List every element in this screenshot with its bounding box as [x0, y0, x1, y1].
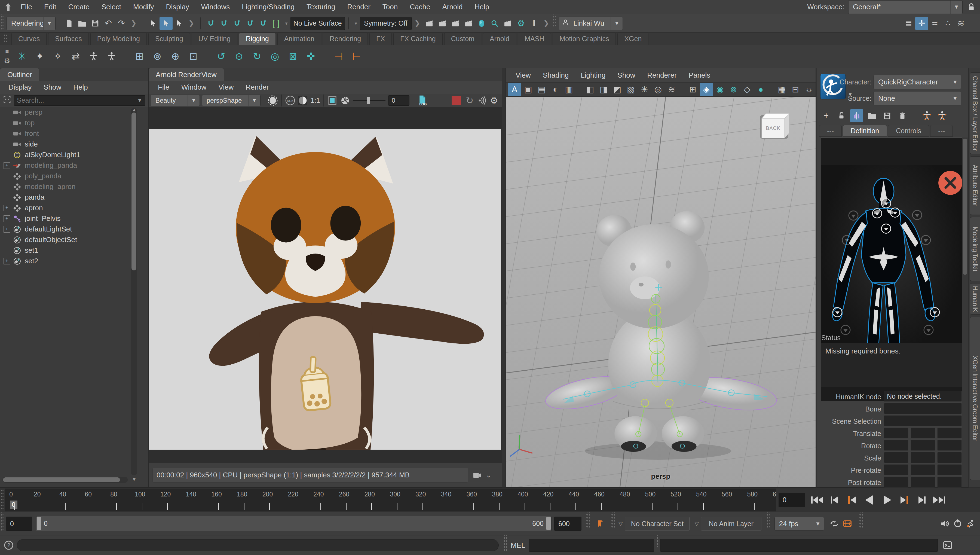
command-input-field[interactable]: [529, 539, 654, 552]
menu-edit[interactable]: Edit: [38, 3, 62, 11]
step-back-key-button[interactable]: [843, 492, 861, 508]
muscle-spline-icon[interactable]: ⊢: [349, 49, 364, 64]
pause-render-icon[interactable]: ‖: [527, 17, 540, 30]
load-definition-icon[interactable]: [865, 109, 879, 122]
play-forwards-button[interactable]: [878, 492, 896, 508]
ipr-region-icon[interactable]: [488, 17, 501, 30]
property-field-scale-x[interactable]: [884, 452, 908, 463]
textured-mode-icon[interactable]: ◩: [610, 83, 624, 96]
shelf-menu-icon[interactable]: ≡: [5, 48, 9, 55]
outliner-item-modeling-panda[interactable]: +modeling_panda: [0, 160, 148, 171]
outliner-item-aiskydomelight1[interactable]: aiSkyDomeLight1: [0, 149, 148, 160]
save-definition-icon[interactable]: [881, 109, 894, 122]
menu-select[interactable]: Select: [96, 3, 127, 11]
node-editor-layout-icon[interactable]: ∴: [942, 17, 954, 30]
snap-to-grid-icon[interactable]: [204, 17, 217, 30]
workspace-selector[interactable]: General*▼: [848, 0, 962, 14]
property-field-post-rotate-z[interactable]: [937, 476, 962, 488]
humanik-tab-[interactable]: ---: [930, 125, 953, 137]
orient-constraint-icon[interactable]: ↻: [249, 49, 264, 64]
viewport-3d-view[interactable]: BACK persp: [506, 97, 815, 487]
shelf-tab-rigging[interactable]: Rigging: [239, 32, 276, 45]
expand-icon[interactable]: +: [3, 162, 10, 169]
view-cube-face-label[interactable]: BACK: [762, 119, 785, 138]
fps-selector[interactable]: 24 fps▼: [775, 517, 824, 531]
sidebar-tab-attribute-editor[interactable]: Attribute Editor: [970, 156, 980, 215]
shelf-gear-icon[interactable]: ⚙: [4, 57, 10, 65]
render-sequence-icon[interactable]: [436, 17, 449, 30]
property-field-translate-z[interactable]: [937, 428, 962, 438]
outliner-item-defaultlightset[interactable]: +defaultLightSet: [0, 224, 148, 234]
view-cube[interactable]: BACK: [756, 110, 792, 140]
property-field-post-rotate-x[interactable]: [884, 476, 908, 488]
shelf-tab-rendering[interactable]: Rendering: [323, 32, 368, 45]
current-frame-field[interactable]: 0: [778, 492, 805, 507]
parent-constraint-icon[interactable]: ↺: [213, 49, 229, 64]
step-forward-frame-button[interactable]: [913, 492, 930, 508]
shelf-tab-fx[interactable]: FX: [370, 32, 392, 45]
snap-to-point-icon[interactable]: [230, 17, 243, 30]
menu-cache[interactable]: Cache: [404, 3, 436, 11]
outliner-item-panda[interactable]: panda: [0, 192, 148, 203]
renderview-tab[interactable]: Arnold RenderView: [149, 68, 224, 81]
user-account-selector[interactable]: Linkai Wu▼: [559, 17, 623, 30]
outliner-tab[interactable]: Outliner: [0, 68, 39, 81]
camera-attributes-icon[interactable]: ▤: [535, 83, 548, 96]
delete-definition-icon[interactable]: [896, 109, 909, 122]
expand-icon[interactable]: +: [3, 215, 10, 222]
outliner-item-persp[interactable]: persp: [0, 107, 148, 118]
bookmarks-icon[interactable]: ◐: [549, 83, 562, 96]
live-surface-field[interactable]: No Live Surface: [290, 17, 345, 30]
property-field-bone[interactable]: [884, 403, 962, 414]
outliner-search-input[interactable]: [17, 96, 137, 104]
interactive-render-icon[interactable]: [501, 17, 514, 30]
property-field-pre-rotate-y[interactable]: [911, 464, 935, 475]
use-all-lights-icon[interactable]: ☀: [638, 83, 651, 96]
ipr-render-icon[interactable]: [449, 17, 462, 30]
range-start-handle[interactable]: [37, 517, 41, 530]
broadcast-icon[interactable]: [477, 94, 487, 107]
statusbar-expand-icon[interactable]: ⌄: [486, 469, 492, 481]
exposure-icon[interactable]: [340, 94, 350, 107]
property-field-scene-selection[interactable]: [884, 415, 962, 426]
scale-constraint-icon[interactable]: ⊠: [285, 49, 301, 64]
screen-space-ao-icon[interactable]: ◎: [652, 83, 665, 96]
property-field-translate-x[interactable]: [884, 428, 908, 438]
menu-toon[interactable]: Toon: [376, 3, 404, 11]
stacked-layout-icon[interactable]: ≋: [954, 17, 967, 30]
step-back-frame-button[interactable]: [826, 492, 843, 508]
film-gate-icon[interactable]: ⊟: [789, 83, 802, 96]
camera-lock-icon[interactable]: ▣: [522, 83, 535, 96]
menu-texturing[interactable]: Texturing: [301, 3, 341, 11]
create-character-icon[interactable]: +: [820, 109, 833, 122]
shelf-tab-curves[interactable]: Curves: [11, 32, 46, 45]
outliner-item-set2[interactable]: +set2: [0, 256, 148, 266]
muscle-builder-icon[interactable]: ⊣: [331, 49, 346, 64]
anim-start-field[interactable]: 0: [6, 517, 32, 531]
outliner-item-set1[interactable]: set1: [0, 245, 148, 256]
property-field-translate-y[interactable]: [911, 428, 935, 438]
bookmark-icon[interactable]: [593, 517, 607, 530]
outliner-item-defaultobjectset[interactable]: defaultObjectSet: [0, 234, 148, 245]
outliner-search[interactable]: ▼: [14, 95, 146, 106]
menu-render[interactable]: Render: [341, 3, 376, 11]
lock-definition-icon[interactable]: [835, 109, 848, 122]
quick-rig-icon[interactable]: [86, 49, 101, 64]
anim-layer-selector[interactable]: No Anim Layer: [701, 517, 761, 531]
zoom-ratio-button[interactable]: 1:1: [311, 94, 320, 107]
expand-icon[interactable]: +: [3, 226, 10, 233]
viewport-menu-shading[interactable]: Shading: [537, 71, 575, 80]
humanik-node-field[interactable]: No node selected.: [884, 391, 962, 402]
grid-toggle-icon[interactable]: ▦: [775, 83, 788, 96]
hud-toggle-icon[interactable]: ☼: [802, 83, 815, 96]
ik-handle-icon[interactable]: ✦: [32, 49, 47, 64]
sidebar-tab-modeling-toolkit[interactable]: Modeling Toolkit: [970, 217, 980, 281]
gamma-toggle-icon[interactable]: ◇: [741, 83, 754, 96]
gate-mask-icon[interactable]: ●: [754, 83, 767, 96]
exposure-slider[interactable]: [353, 99, 386, 101]
create-joint-icon[interactable]: ✳: [14, 49, 29, 64]
menu-windows[interactable]: Windows: [195, 3, 236, 11]
menu-display[interactable]: Display: [160, 3, 195, 11]
playhead[interactable]: 0: [10, 500, 18, 509]
exposure-field[interactable]: 0: [388, 95, 410, 106]
